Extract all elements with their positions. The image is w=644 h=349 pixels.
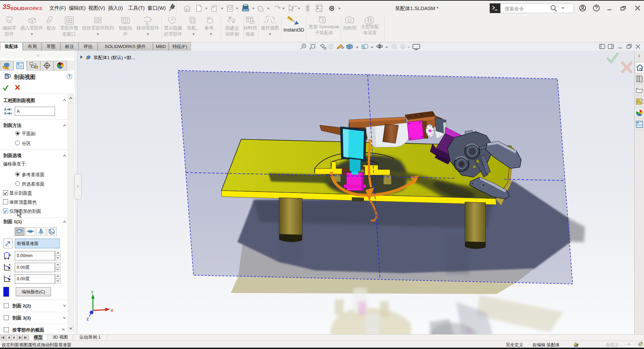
svg-text:D: D <box>9 254 11 257</box>
svg-text:X: X <box>9 263 11 266</box>
svg-text:A: A <box>4 108 6 111</box>
svg-text:Z: Z <box>87 317 89 321</box>
svg-text:X: X <box>111 308 113 312</box>
svg-text:A: A <box>4 112 6 115</box>
svg-text:Y: Y <box>91 290 94 294</box>
svg-text:Y: Y <box>9 275 11 278</box>
